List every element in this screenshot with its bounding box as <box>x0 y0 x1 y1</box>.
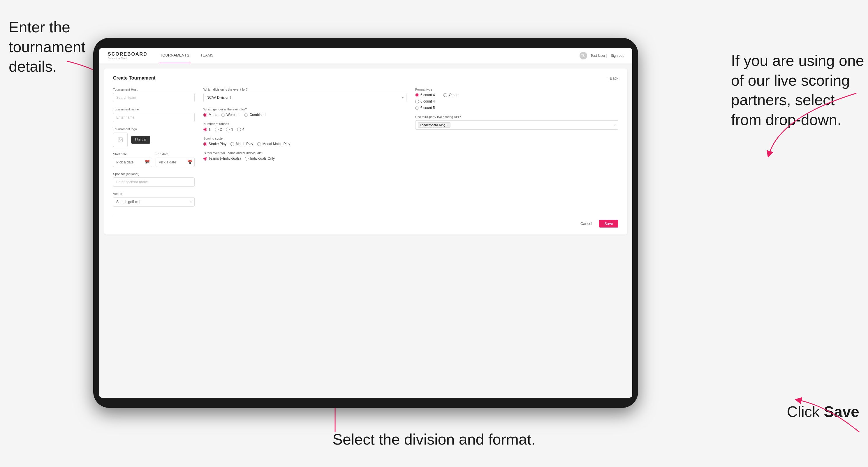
team-individuals[interactable]: Individuals Only <box>245 156 275 160</box>
tablet-device: SCOREBOARD Powered by Clippit TOURNAMENT… <box>93 38 638 408</box>
team-radio-group: Teams (+Individuals) Individuals Only <box>204 156 406 160</box>
name-group: Tournament name <box>113 107 195 122</box>
nav-bar: SCOREBOARD Powered by Clippit TOURNAMENT… <box>99 48 632 63</box>
format-label: Format type <box>415 88 618 91</box>
panel-header: Create Tournament Back <box>113 75 618 81</box>
gender-mens[interactable]: Mens <box>204 113 217 117</box>
tab-teams[interactable]: TEAMS <box>199 48 215 63</box>
team-group: Is this event for Teams and/or Individua… <box>204 151 406 160</box>
user-label: Test User | <box>591 54 607 58</box>
sponsor-input[interactable] <box>113 178 195 187</box>
app-logo: SCOREBOARD Powered by Clippit <box>108 52 148 59</box>
annotation-bottom-center: Select the division and format. <box>333 430 535 449</box>
calendar-icon-end: 📅 <box>187 160 192 165</box>
format-group: Format type 5 count 4 <box>415 88 618 110</box>
rounds-3[interactable]: 3 <box>226 127 233 131</box>
nav-tabs: TOURNAMENTS TEAMS <box>159 48 580 63</box>
gender-group: Which gender is the event for? Mens Wome… <box>204 107 406 117</box>
rounds-group: Number of rounds 1 2 <box>204 122 406 131</box>
rounds-4[interactable]: 4 <box>237 127 244 131</box>
gender-womens[interactable]: Womens <box>221 113 240 117</box>
scoring-radio-group: Stroke Play Match Play Medal Match Play <box>204 142 406 146</box>
third-party-tag: Leaderboard King × <box>418 122 451 128</box>
venue-select[interactable]: Search golf club <box>113 197 195 207</box>
svg-point-1 <box>119 139 120 139</box>
third-party-clear[interactable]: × <box>446 123 448 127</box>
form-footer: Cancel Save <box>113 215 618 227</box>
form-col-left: Tournament Host Tournament name Tourname… <box>113 88 195 212</box>
form-grid: Tournament Host Tournament name Tourname… <box>113 88 618 212</box>
panel-title: Create Tournament <box>113 75 156 81</box>
host-input[interactable] <box>113 93 195 102</box>
team-teams[interactable]: Teams (+Individuals) <box>204 156 241 160</box>
nav-right: TU Test User | Sign out <box>580 52 624 59</box>
logo-uploader: Upload <box>113 132 195 147</box>
create-panel: Create Tournament Back Tournament Host <box>104 68 627 235</box>
gender-radio-group: Mens Womens Combined <box>204 113 406 117</box>
format-6count4[interactable]: 6 count 4 <box>415 99 618 103</box>
division-select-wrap: NCAA Division I <box>204 93 406 102</box>
rounds-1[interactable]: 1 <box>204 127 211 131</box>
venue-group: Venue Search golf club <box>113 192 195 207</box>
format-5count4[interactable]: 5 count 4 <box>415 93 435 97</box>
start-date-label: Start date <box>113 152 152 156</box>
sponsor-label: Sponsor (optional) <box>113 172 195 176</box>
main-content: Create Tournament Back Tournament Host <box>99 63 632 398</box>
sign-out-link[interactable]: Sign out <box>611 54 624 58</box>
team-label: Is this event for Teams and/or Individua… <box>204 151 406 155</box>
tab-tournaments[interactable]: TOURNAMENTS <box>159 48 191 63</box>
rounds-radio-group: 1 2 3 <box>204 127 406 131</box>
logo-label: Tournament logo <box>113 127 195 131</box>
logo-group: Tournament logo Upload <box>113 127 195 147</box>
calendar-icon-start: 📅 <box>145 160 150 165</box>
scoring-group: Scoring system Stroke Play Match Play <box>204 137 406 146</box>
division-select[interactable]: NCAA Division I <box>204 93 406 102</box>
app-container: SCOREBOARD Powered by Clippit TOURNAMENT… <box>99 48 632 398</box>
third-party-input-wrap[interactable]: Leaderboard King × ▾ <box>415 120 618 130</box>
cancel-button[interactable]: Cancel <box>576 220 596 227</box>
scoring-medal-match[interactable]: Medal Match Play <box>257 142 290 146</box>
scoring-stroke[interactable]: Stroke Play <box>204 142 226 146</box>
rounds-label: Number of rounds <box>204 122 406 126</box>
end-date-group: End date 📅 <box>156 152 195 167</box>
third-party-label: Use third-party live scoring API? <box>415 115 618 119</box>
tablet-screen: SCOREBOARD Powered by Clippit TOURNAMENT… <box>99 48 632 398</box>
format-other[interactable]: Other <box>443 93 458 97</box>
form-col-right: Format type 5 count 4 <box>415 88 618 212</box>
end-date-wrap: 📅 <box>156 158 195 167</box>
name-input[interactable] <box>113 113 195 122</box>
host-label: Tournament Host <box>113 88 195 91</box>
avatar: TU <box>580 52 587 59</box>
upload-button[interactable]: Upload <box>131 136 150 144</box>
scoring-label: Scoring system <box>204 137 406 140</box>
division-label: Which division is the event for? <box>204 88 406 91</box>
form-col-mid: Which division is the event for? NCAA Di… <box>204 88 406 212</box>
name-label: Tournament name <box>113 107 195 111</box>
end-date-label: End date <box>156 152 195 156</box>
date-row: Start date 📅 End date <box>113 152 195 167</box>
logo-sub: Powered by Clippit <box>108 57 148 59</box>
format-row-1: 5 count 4 Other <box>415 93 618 97</box>
logo-title: SCOREBOARD <box>108 52 148 57</box>
third-party-group: Use third-party live scoring API? Leader… <box>415 115 618 130</box>
save-button[interactable]: Save <box>599 220 618 227</box>
back-link[interactable]: Back <box>608 76 618 81</box>
gender-label: Which gender is the event for? <box>204 107 406 111</box>
rounds-2[interactable]: 2 <box>215 127 222 131</box>
third-party-dropdown-icon: ▾ <box>614 124 616 127</box>
division-group: Which division is the event for? NCAA Di… <box>204 88 406 102</box>
venue-select-wrap: Search golf club <box>113 197 195 207</box>
start-date-wrap: 📅 <box>113 158 152 167</box>
annotation-top-right: If you are using one of our live scoring… <box>731 51 865 130</box>
sponsor-group: Sponsor (optional) <box>113 172 195 187</box>
format-options: 5 count 4 Other <box>415 93 618 110</box>
gender-combined[interactable]: Combined <box>244 113 266 117</box>
scoring-match[interactable]: Match Play <box>230 142 253 146</box>
host-group: Tournament Host <box>113 88 195 102</box>
venue-label: Venue <box>113 192 195 195</box>
start-date-group: Start date 📅 <box>113 152 152 167</box>
logo-placeholder <box>113 132 128 147</box>
annotation-bottom-right: Click Save <box>787 402 859 422</box>
format-6count5[interactable]: 6 count 5 <box>415 106 618 110</box>
